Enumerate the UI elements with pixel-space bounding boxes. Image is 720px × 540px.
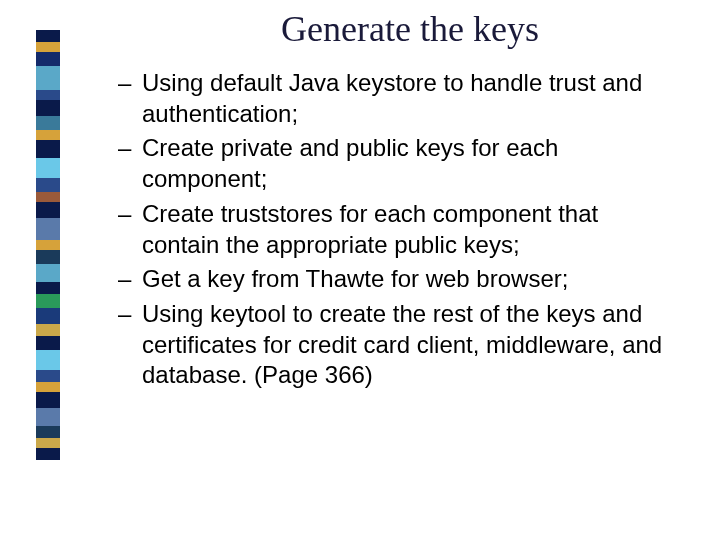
slide-title: Generate the keys bbox=[140, 8, 680, 50]
stripe bbox=[36, 448, 60, 460]
stripe bbox=[36, 202, 60, 218]
stripe bbox=[36, 218, 60, 240]
stripe bbox=[36, 336, 60, 350]
stripe bbox=[36, 324, 60, 336]
stripe bbox=[36, 308, 60, 324]
stripe bbox=[36, 66, 60, 90]
stripe bbox=[36, 426, 60, 438]
bullet-item: Create truststores for each component th… bbox=[118, 199, 680, 260]
stripe bbox=[36, 370, 60, 382]
stripe bbox=[36, 250, 60, 264]
stripe bbox=[36, 178, 60, 192]
bullet-item: Get a key from Thawte for web browser; bbox=[118, 264, 680, 295]
stripe bbox=[36, 408, 60, 426]
bullet-list: Using default Java keystore to handle tr… bbox=[100, 68, 680, 391]
stripe bbox=[36, 350, 60, 370]
stripe bbox=[36, 116, 60, 130]
stripe bbox=[36, 382, 60, 392]
slide-content: Generate the keys Using default Java key… bbox=[100, 8, 680, 395]
stripe bbox=[36, 100, 60, 116]
stripe bbox=[36, 264, 60, 282]
stripe bbox=[36, 140, 60, 158]
stripe bbox=[36, 42, 60, 52]
stripe bbox=[36, 282, 60, 294]
stripe bbox=[36, 130, 60, 140]
bullet-item: Using keytool to create the rest of the … bbox=[118, 299, 680, 391]
stripe bbox=[36, 240, 60, 250]
decorative-stripe-bar bbox=[36, 30, 60, 470]
stripe bbox=[36, 192, 60, 202]
stripe bbox=[36, 294, 60, 308]
stripe bbox=[36, 438, 60, 448]
stripe bbox=[36, 158, 60, 178]
bullet-item: Using default Java keystore to handle tr… bbox=[118, 68, 680, 129]
stripe bbox=[36, 52, 60, 66]
bullet-item: Create private and public keys for each … bbox=[118, 133, 680, 194]
stripe bbox=[36, 392, 60, 408]
stripe bbox=[36, 90, 60, 100]
stripe bbox=[36, 30, 60, 42]
